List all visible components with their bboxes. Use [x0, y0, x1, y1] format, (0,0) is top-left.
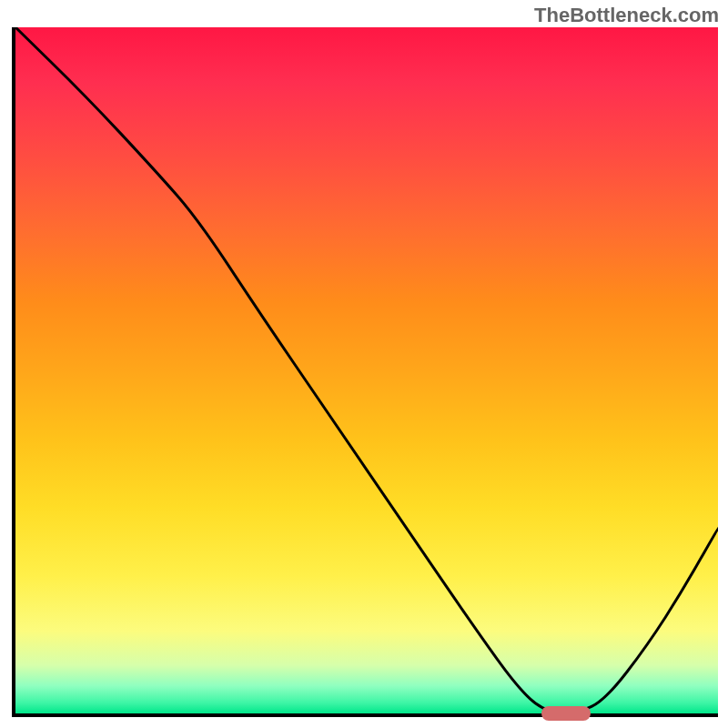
optimal-marker: [541, 706, 591, 721]
watermark-text: TheBottleneck.com: [534, 4, 719, 27]
chart-area: [12, 27, 718, 717]
bottleneck-curve: [15, 27, 718, 713]
